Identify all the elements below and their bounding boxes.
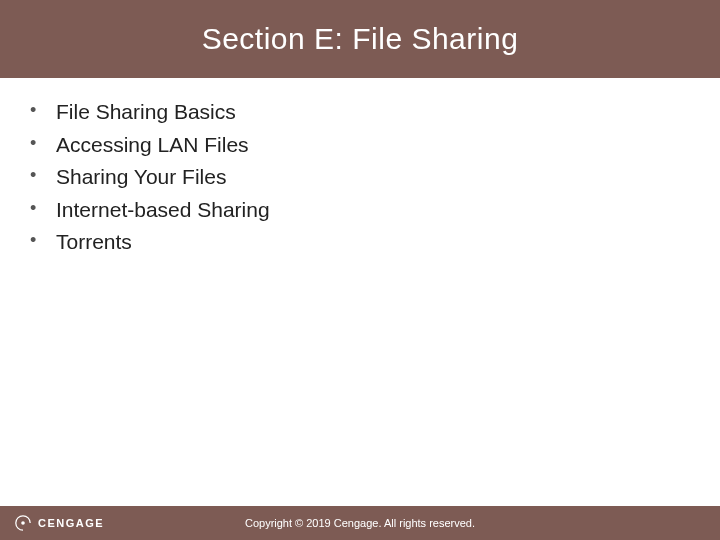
list-item-text: Accessing LAN Files bbox=[56, 129, 249, 162]
list-item-text: Sharing Your Files bbox=[56, 161, 226, 194]
bullet-list: • File Sharing Basics • Accessing LAN Fi… bbox=[30, 96, 690, 259]
slide: Section E: File Sharing • File Sharing B… bbox=[0, 0, 720, 540]
bullet-icon: • bbox=[30, 96, 56, 125]
cengage-icon bbox=[14, 514, 32, 532]
list-item-text: Internet-based Sharing bbox=[56, 194, 270, 227]
brand-text: CENGAGE bbox=[38, 517, 104, 529]
brand-logo: CENGAGE bbox=[14, 514, 104, 532]
list-item: • Accessing LAN Files bbox=[30, 129, 690, 162]
slide-header: Section E: File Sharing bbox=[0, 0, 720, 78]
list-item: • Internet-based Sharing bbox=[30, 194, 690, 227]
list-item: • Sharing Your Files bbox=[30, 161, 690, 194]
bullet-icon: • bbox=[30, 161, 56, 190]
list-item-text: Torrents bbox=[56, 226, 132, 259]
slide-content: • File Sharing Basics • Accessing LAN Fi… bbox=[0, 78, 720, 259]
bullet-icon: • bbox=[30, 194, 56, 223]
svg-point-0 bbox=[21, 521, 25, 525]
bullet-icon: • bbox=[30, 226, 56, 255]
list-item: • File Sharing Basics bbox=[30, 96, 690, 129]
bullet-icon: • bbox=[30, 129, 56, 158]
slide-footer: CENGAGE Copyright © 2019 Cengage. All ri… bbox=[0, 506, 720, 540]
list-item: • Torrents bbox=[30, 226, 690, 259]
slide-title: Section E: File Sharing bbox=[202, 22, 519, 56]
copyright-text: Copyright © 2019 Cengage. All rights res… bbox=[245, 517, 475, 529]
list-item-text: File Sharing Basics bbox=[56, 96, 236, 129]
